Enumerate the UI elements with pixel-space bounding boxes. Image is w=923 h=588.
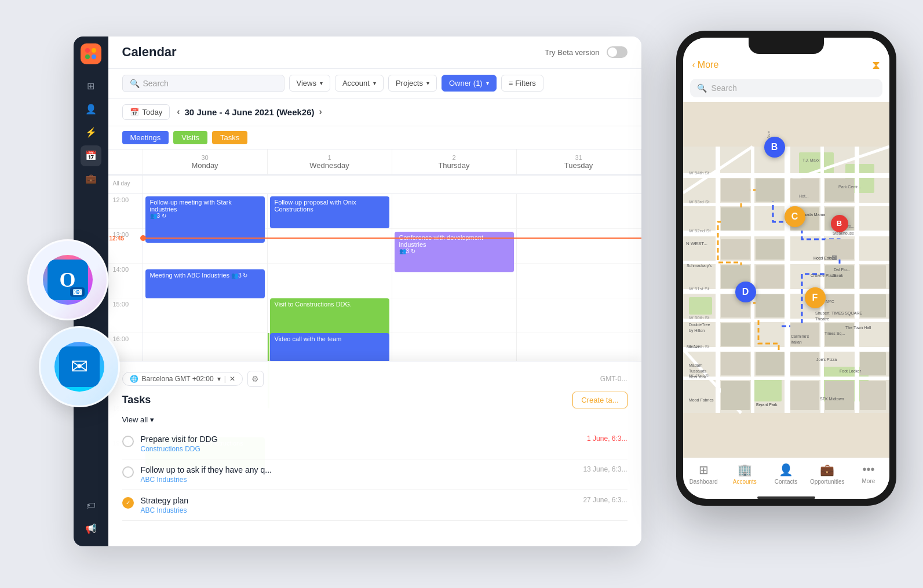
tab-visits[interactable]: Visits: [173, 131, 207, 144]
nav-accounts[interactable]: 🏢 Accounts: [724, 463, 765, 485]
svg-rect-47: [721, 381, 750, 410]
sidebar-item-tag[interactable]: 🏷: [81, 495, 101, 516]
task-name-3: Strategy plan: [141, 496, 577, 505]
crm-app: ⊞ 👤 ⚡ 📅 💼 🏷 📢 Calendar Try Beta version: [74, 36, 641, 546]
projects-button[interactable]: Projects ▾: [388, 75, 437, 92]
phone-search-placeholder: Search: [712, 83, 737, 93]
sidebar-item-megaphone[interactable]: 📢: [81, 518, 101, 539]
tab-meetings[interactable]: Meetings: [122, 131, 169, 144]
map-marker-c[interactable]: C: [785, 206, 805, 227]
map-marker-b-top[interactable]: B: [764, 137, 785, 158]
chevron-left-icon: ‹: [692, 60, 695, 70]
page-title: Calendar: [122, 45, 177, 60]
exchange-app-icon[interactable]: ✉: [39, 326, 120, 407]
task-company-3: ABC Industries: [141, 506, 577, 514]
svg-rect-33: [756, 265, 785, 288]
sidebar-item-activity[interactable]: ⚡: [81, 122, 101, 143]
task-item-2: Follow up to ask if they have any q... A…: [122, 459, 628, 490]
task-checkbox-2[interactable]: [122, 466, 134, 478]
sidebar-item-user[interactable]: 👤: [81, 99, 101, 120]
settings-button[interactable]: ⚙: [247, 371, 264, 387]
create-task-button[interactable]: Create ta...: [572, 392, 627, 408]
all-day-cell-tue: [517, 176, 641, 193]
event-video-call[interactable]: Video call with the team: [270, 333, 389, 362]
today-button[interactable]: 📅 Today: [122, 104, 170, 120]
phone-search[interactable]: 🔍 Search: [690, 79, 882, 97]
svg-text:Schmackary's: Schmackary's: [687, 264, 712, 268]
task-company-2: ABC Industries: [141, 476, 577, 484]
svg-text:Hot...: Hot...: [799, 194, 809, 198]
next-week-button[interactable]: ›: [319, 107, 322, 117]
svg-text:N WEST...: N WEST...: [686, 241, 707, 246]
phone-filter-icon[interactable]: ⧗: [872, 59, 880, 72]
close-icon[interactable]: ✕: [229, 375, 235, 383]
svg-rect-3: [689, 297, 712, 315]
outlook-icon: O 📧: [48, 260, 88, 300]
app-logo[interactable]: [81, 43, 101, 64]
svg-text:STK Midtown: STK Midtown: [820, 397, 844, 401]
map-marker-f[interactable]: F: [805, 287, 826, 308]
svg-text:Joe's Pizza: Joe's Pizza: [816, 357, 837, 361]
view-all-button[interactable]: View all: [122, 415, 148, 424]
prev-week-button[interactable]: ‹: [177, 107, 180, 117]
svg-text:Carmine's: Carmine's: [791, 334, 809, 338]
task-checkbox-3[interactable]: ✓: [122, 497, 134, 509]
svg-text:Theatre: Theatre: [815, 317, 829, 321]
tab-tasks[interactable]: Tasks: [212, 131, 247, 144]
sidebar-item-calendar[interactable]: 📅: [81, 145, 101, 166]
task-date-3: 27 June, 6:3...: [583, 496, 627, 504]
owner-button[interactable]: Owner (1) ▾: [442, 75, 497, 92]
task-company-1: Constructions DDG: [141, 445, 581, 453]
sidebar-item-grid[interactable]: ⊞: [81, 76, 101, 97]
task-checkbox-1[interactable]: [122, 436, 134, 447]
timezone-row: 🌐 Barcelona GMT +02:00 ▾ | ✕ ⚙ GMT-0...: [122, 371, 628, 387]
event-meeting-abc[interactable]: Meeting with ABC Industries 👥3 ↻: [145, 269, 265, 298]
chevron-down-icon[interactable]: ▾: [150, 415, 154, 424]
event-visit-ddg[interactable]: Visit to Constructions DDG.: [270, 298, 389, 336]
account-button[interactable]: Account ▾: [335, 75, 384, 92]
chevron-down-icon: ▾: [217, 375, 221, 383]
chevron-down-icon: ▾: [373, 80, 376, 86]
nav-opportunities[interactable]: 💼 Opportunities: [807, 463, 848, 485]
map-area: W 54th St W 53rd St W 52nd St W 51st St …: [683, 102, 889, 458]
svg-text:W 51st St: W 51st St: [689, 286, 709, 291]
views-button[interactable]: Views ▾: [289, 75, 330, 92]
sidebar-item-briefcase[interactable]: 💼: [81, 169, 101, 189]
svg-text:Tussauds: Tussauds: [689, 369, 707, 373]
svg-rect-37: [756, 294, 785, 317]
svg-text:Bryant Park: Bryant Park: [756, 403, 778, 407]
map-marker-d[interactable]: D: [735, 282, 756, 302]
contacts-icon: 👤: [779, 463, 793, 477]
svg-text:TIMES SQUARE: TIMES SQUARE: [831, 311, 862, 316]
outlook-app-icon[interactable]: O 📧: [27, 239, 108, 320]
svg-text:Madam: Madam: [689, 363, 703, 367]
svg-rect-45: [790, 352, 819, 375]
svg-rect-22: [721, 178, 750, 202]
svg-rect-50: [860, 381, 886, 410]
filters-button[interactable]: ≡ Filters: [501, 75, 543, 92]
event-followup-stark[interactable]: Follow-up meeting with Stark industries …: [145, 196, 265, 243]
beta-toggle[interactable]: [607, 46, 628, 58]
search-box[interactable]: 🔍 Search: [122, 75, 284, 92]
nav-more[interactable]: ••• More: [848, 463, 889, 485]
search-icon: 🔍: [130, 79, 140, 88]
task-date-1: 1 June, 6:3...: [587, 434, 627, 443]
header-right: Try Beta version: [545, 46, 627, 58]
phone-frame: ‹ More ⧗ 🔍 Search: [676, 31, 896, 506]
time-1300: 13:00: [108, 229, 143, 264]
phone-back-button[interactable]: ‹ More: [692, 60, 719, 70]
timezone-badge[interactable]: 🌐 Barcelona GMT +02:00 ▾ | ✕: [122, 372, 243, 386]
map-svg: W 54th St W 53rd St W 52nd St W 51st St …: [683, 102, 889, 458]
chevron-down-icon: ▾: [486, 80, 489, 86]
globe-icon: 🌐: [130, 375, 138, 383]
svg-text:Steak: Steak: [833, 273, 843, 277]
nav-dashboard[interactable]: ⊞ Dashboard: [683, 463, 724, 485]
svg-text:W 50th St: W 50th St: [689, 315, 710, 320]
nav-contacts[interactable]: 👤 Contacts: [765, 463, 807, 485]
filter-icon: ≡: [509, 79, 513, 87]
event-followup-onix[interactable]: Follow-up proposal with Onix Constructio…: [270, 196, 389, 228]
calendar-small-icon: 📅: [130, 108, 139, 116]
map-marker-b-right[interactable]: B: [831, 215, 848, 232]
svg-text:Times Sq...: Times Sq...: [825, 331, 845, 336]
svg-text:W 53rd St: W 53rd St: [689, 199, 710, 204]
